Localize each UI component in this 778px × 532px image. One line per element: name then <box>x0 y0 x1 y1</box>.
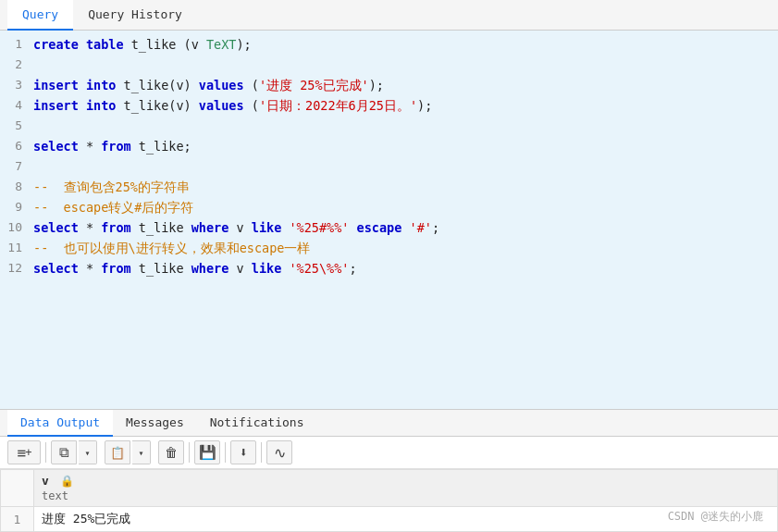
cell-value: 进度 25%已完成 <box>34 507 778 532</box>
sep4 <box>261 442 262 463</box>
line-number: 11 <box>0 238 33 258</box>
line-number: 5 <box>0 116 33 136</box>
code-line: 5 <box>0 116 778 136</box>
line-content: -- 查询包含25%的字符串 <box>33 177 778 197</box>
tab-data-output[interactable]: Data Output <box>7 410 113 437</box>
line-number: 4 <box>0 95 33 116</box>
lock-icon: 🔒 <box>60 475 74 488</box>
add-row-btn[interactable]: ≡+ <box>7 440 41 464</box>
code-line: 1create table t_like (v TeXT); <box>0 34 778 55</box>
col-header-v: v 🔒 text <box>34 470 778 507</box>
line-content: insert into t_like(v) values ('日期：2022年6… <box>33 95 778 116</box>
sep1 <box>45 442 46 463</box>
line-content: select * from t_like where v like '%25\%… <box>33 258 778 278</box>
data-toolbar: ≡+ ⧉ ▾ 📋 ▾ 🗑 💾 ⬇ ∿ <box>0 437 778 469</box>
col-name-v: v <box>42 474 49 488</box>
line-number: 10 <box>0 217 33 238</box>
sep3 <box>225 442 226 463</box>
code-line: 7 <box>0 156 778 177</box>
sql-editor[interactable]: 1create table t_like (v TeXT);2 3insert … <box>0 31 778 409</box>
data-table-area: v 🔒 text 1进度 25%已完成 CSDN @迷失的小鹿 <box>0 469 778 532</box>
table-row: 1进度 25%已完成 <box>1 507 778 532</box>
bottom-panel: Data Output Messages Notifications ≡+ ⧉ … <box>0 409 778 532</box>
paste-dropdown-btn[interactable]: ▾ <box>132 440 151 464</box>
graph-btn[interactable]: ∿ <box>266 440 292 464</box>
line-content: select * from t_like where v like '%25#%… <box>33 217 778 238</box>
line-number: 12 <box>0 258 33 278</box>
data-table: v 🔒 text 1进度 25%已完成 <box>0 469 778 532</box>
delete-btn[interactable]: 🗑 <box>158 440 184 464</box>
tab-messages[interactable]: Messages <box>113 410 197 437</box>
top-tab-bar: Query Query History <box>0 0 778 31</box>
line-number: 8 <box>0 177 33 197</box>
line-content <box>33 156 778 177</box>
line-content: -- escape转义#后的字符 <box>33 197 778 217</box>
col-type-v: text <box>42 489 770 502</box>
code-line: 3insert into t_like(v) values ('进度 25%已完… <box>0 75 778 95</box>
code-line: 9-- escape转义#后的字符 <box>0 197 778 217</box>
row-num-header <box>1 470 34 507</box>
code-line: 10select * from t_like where v like '%25… <box>0 217 778 238</box>
tab-query[interactable]: Query <box>7 0 73 31</box>
line-number: 7 <box>0 156 33 177</box>
paste-btn[interactable]: 📋 <box>105 440 130 464</box>
line-number: 2 <box>0 55 33 75</box>
line-number: 6 <box>0 136 33 156</box>
code-line: 8-- 查询包含25%的字符串 <box>0 177 778 197</box>
code-line: 12select * from t_like where v like '%25… <box>0 258 778 278</box>
tab-notifications[interactable]: Notifications <box>197 410 317 437</box>
save-btn[interactable]: 💾 <box>194 440 220 464</box>
line-content <box>33 116 778 136</box>
code-line: 2 <box>0 55 778 75</box>
line-number: 9 <box>0 197 33 217</box>
bottom-tab-bar: Data Output Messages Notifications <box>0 410 778 437</box>
line-number: 3 <box>0 75 33 95</box>
line-content: insert into t_like(v) values ('进度 25%已完成… <box>33 75 778 95</box>
code-line: 6select * from t_like; <box>0 136 778 156</box>
line-content: create table t_like (v TeXT); <box>33 34 778 55</box>
code-line: 4insert into t_like(v) values ('日期：2022年… <box>0 95 778 116</box>
sep2 <box>189 442 190 463</box>
row-number: 1 <box>1 507 34 532</box>
line-content: select * from t_like; <box>33 136 778 156</box>
copy-dropdown-btn[interactable]: ▾ <box>79 440 97 464</box>
tab-query-history[interactable]: Query History <box>73 0 197 31</box>
line-number: 1 <box>0 34 33 55</box>
code-line: 11-- 也可以使用\进行转义，效果和escape一样 <box>0 238 778 258</box>
line-content: -- 也可以使用\进行转义，效果和escape一样 <box>33 238 778 258</box>
watermark: CSDN @迷失的小鹿 <box>668 509 763 525</box>
download-btn[interactable]: ⬇ <box>230 440 256 464</box>
copy-btn[interactable]: ⧉ <box>51 440 77 464</box>
line-content <box>33 55 778 75</box>
